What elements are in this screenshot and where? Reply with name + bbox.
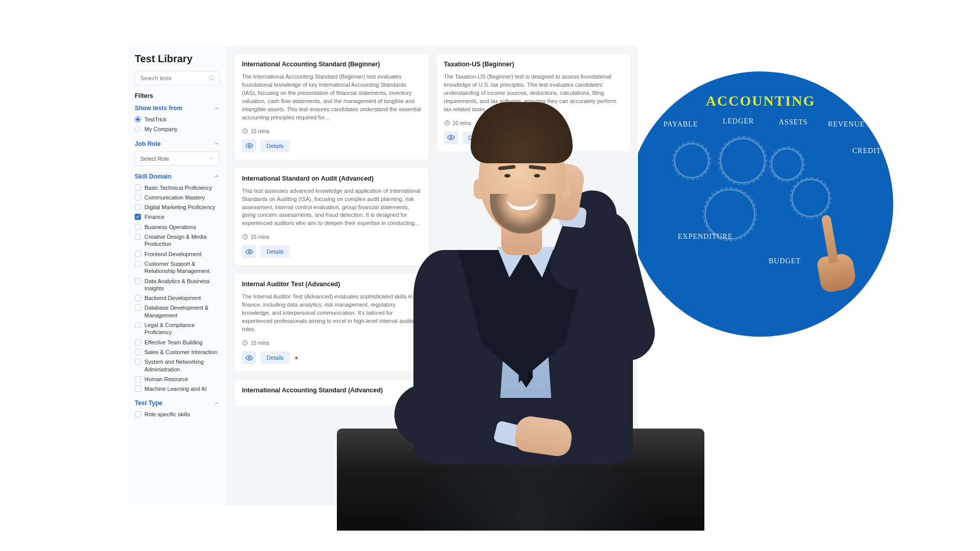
skill-domain-item[interactable]: Digital Marketing Proficiency: [135, 204, 219, 211]
clock-icon: [242, 340, 248, 346]
filter-title-label: Show tests from: [135, 105, 182, 112]
checkbox-icon: [135, 359, 141, 365]
skill-domain-item[interactable]: Business Operations: [135, 223, 219, 231]
checkbox-label: Sales & Customer Interaction: [144, 348, 217, 356]
checkbox-label: Effective Team Building: [144, 339, 203, 346]
search-icon: [208, 75, 215, 82]
checkbox-label: Business Operations: [144, 223, 197, 231]
chalk-label-credit: CREDIT: [852, 147, 881, 155]
skill-domain-item[interactable]: Backend Development: [135, 294, 219, 302]
svg-point-5: [248, 251, 250, 253]
skill-domain-item[interactable]: System and Networking Administration: [135, 358, 219, 373]
filter-title-skill-domain[interactable]: Skill Domain: [135, 173, 219, 180]
search-input[interactable]: [135, 71, 219, 85]
skill-domain-item[interactable]: Human Resource: [135, 375, 219, 383]
search-wrap: [135, 71, 219, 85]
checkbox-label: Digital Marketing Proficiency: [144, 204, 215, 211]
page-title: Test Library: [135, 53, 219, 65]
skill-domain-item[interactable]: Data Analytics & Business Insights: [135, 278, 219, 292]
checkbox-icon: [135, 322, 141, 328]
filters-heading: Filters: [135, 92, 219, 99]
filter-job-role: Job Role Select Role: [135, 140, 219, 166]
select-role[interactable]: Select Role: [135, 152, 219, 166]
radio-icon: [135, 116, 141, 122]
filter-test-type: Test Type Role specific skills: [135, 399, 219, 418]
filter-title-show-from[interactable]: Show tests from: [135, 105, 219, 112]
select-role-placeholder: Select Role: [140, 156, 169, 162]
eye-icon: [246, 248, 253, 256]
skill-domain-item[interactable]: Finance: [135, 213, 219, 220]
chevron-up-icon: [214, 173, 219, 179]
skill-domain-item[interactable]: Database Development & Management: [135, 304, 219, 319]
svg-point-3: [248, 145, 250, 147]
skill-domain-item[interactable]: Legal & Compliance Proficiency: [135, 321, 219, 336]
checkbox-label: Data Analytics & Business Insights: [144, 278, 219, 292]
checkbox-icon: [135, 251, 141, 257]
skill-domain-item[interactable]: Frontend Development: [135, 251, 219, 258]
chalk-label-revenue: REVENUE: [828, 120, 865, 129]
duration-text: 15 mins: [251, 340, 270, 346]
checkbox-label: Machine Learning and AI: [144, 385, 207, 392]
checkbox-label: Role specific skills: [144, 411, 190, 418]
radio-my-company[interactable]: My Company: [135, 126, 219, 133]
alert-dot-icon: [295, 357, 298, 359]
skill-domain-item[interactable]: Creative Design & Media Production: [135, 233, 219, 248]
svg-line-1: [213, 79, 214, 80]
skill-domain-item[interactable]: Communication Mastery: [135, 194, 219, 201]
checkbox-icon: [135, 339, 141, 345]
checkbox-icon: [135, 411, 141, 417]
filter-skill-domain: Skill Domain Basic Technical Proficiency…: [135, 173, 219, 393]
skill-domain-item[interactable]: Effective Team Building: [135, 339, 219, 346]
preview-button[interactable]: [242, 245, 256, 258]
checkbox-label: Backend Development: [144, 294, 201, 302]
checkbox-icon: [135, 305, 141, 311]
chevron-down-icon: [208, 156, 214, 161]
checkbox-label: Database Development & Management: [144, 304, 219, 319]
checkbox-label: System and Networking Administration: [144, 358, 219, 373]
checkbox-icon: [135, 224, 141, 230]
filter-title-job-role[interactable]: Job Role: [135, 140, 219, 147]
chalk-label-ledger: LEDGER: [723, 117, 754, 126]
sidebar: Test Library Filters Show tests from Tes…: [128, 46, 227, 505]
skill-domain-item[interactable]: Machine Learning and AI: [135, 385, 219, 392]
filter-title-label: Job Role: [135, 140, 161, 147]
checkbox-label: Creative Design & Media Production: [144, 233, 219, 248]
checkbox-icon: [135, 278, 141, 284]
chevron-up-icon: [214, 400, 219, 406]
details-button[interactable]: Details: [260, 245, 290, 258]
test-type-item[interactable]: Role specific skills: [135, 411, 219, 418]
accounting-title: ACCOUNTING: [706, 93, 815, 109]
checkbox-icon: [135, 214, 141, 220]
preview-button[interactable]: [242, 139, 256, 153]
skill-domain-item[interactable]: Sales & Customer Interaction: [135, 348, 219, 356]
radio-testtrick[interactable]: TestTrick: [135, 116, 219, 123]
skill-domain-item[interactable]: Customer Support & Relationship Manageme…: [135, 260, 219, 275]
duration-text: 15 mins: [251, 234, 270, 240]
businessman-graphic: [357, 31, 684, 531]
checkbox-icon: [135, 349, 141, 355]
chevron-up-icon: [214, 141, 219, 146]
checkbox-icon: [135, 204, 141, 210]
radio-icon: [135, 126, 141, 132]
filter-title-label: Skill Domain: [135, 173, 172, 180]
details-button[interactable]: Details: [260, 140, 290, 152]
clock-icon: [242, 234, 248, 240]
checkbox-icon: [135, 376, 141, 382]
duration-text: 15 mins: [251, 128, 270, 134]
svg-point-7: [248, 357, 250, 359]
checkbox-label: Communication Mastery: [144, 194, 205, 201]
radio-label: TestTrick: [144, 116, 167, 123]
checkbox-icon: [135, 261, 141, 267]
checkbox-icon: [135, 234, 141, 240]
filter-show-tests-from: Show tests from TestTrick My Company: [135, 105, 219, 133]
checkbox-label: Frontend Development: [144, 251, 202, 258]
eye-icon: [246, 354, 253, 362]
eye-icon: [246, 142, 253, 149]
skill-domain-item[interactable]: Basic Technical Proficiency: [135, 184, 219, 191]
radio-label: My Company: [144, 126, 178, 133]
preview-button[interactable]: [242, 351, 256, 364]
details-button[interactable]: Details: [260, 352, 290, 364]
pointing-hand-graphic: [799, 210, 870, 310]
filter-title-test-type[interactable]: Test Type: [135, 399, 219, 407]
checkbox-label: Basic Technical Proficiency: [144, 184, 212, 191]
